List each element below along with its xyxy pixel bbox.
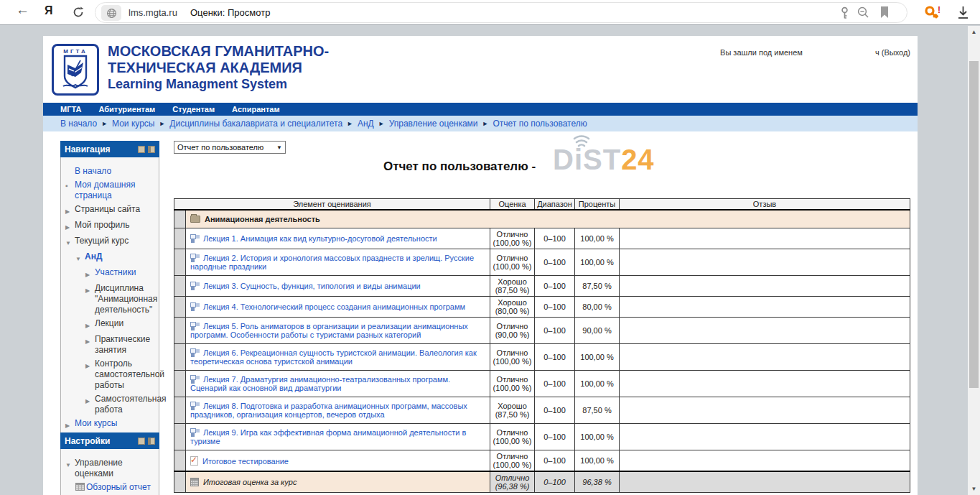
item-name-cell: Лекция 5. Роль аниматоров в организации … [186, 318, 490, 344]
grade-item-link[interactable]: Лекция 5. Роль аниматоров в организации … [190, 322, 468, 339]
download-icon[interactable] [956, 6, 970, 22]
category-row: Анимационная деятельность [174, 210, 910, 228]
tree-down-icon: ▼ [75, 251, 85, 264]
navigation-item: ▶Самостоятельная работа [64, 394, 156, 415]
navigation-label[interactable]: Участники [95, 267, 156, 280]
navigation-label[interactable]: АнД [85, 251, 156, 264]
scroll-down-icon[interactable]: ▼ [968, 486, 980, 492]
navigation-item: ▶Страницы сайта [64, 204, 156, 217]
grade-item-row: Лекция 5. Роль аниматоров в организации … [174, 318, 910, 344]
quiz-icon [190, 456, 198, 466]
logout-link[interactable]: ч (Выход) [875, 48, 910, 57]
address-bar[interactable]: lms.mgta.ru Оценки: Просмотр [95, 2, 907, 23]
breadcrumb-item[interactable]: В начало [60, 119, 97, 129]
breadcrumb-item[interactable]: Отчет по пользователю [493, 119, 587, 129]
navigation-item: ▶Дисциплина "Анимационная деятельность" [64, 283, 156, 315]
grade-item-row: Лекция 3. Сущность, функция, типология и… [174, 276, 910, 297]
grade-item-row: Лекция 1. Анимация как вид культурно-дос… [174, 228, 910, 249]
collapse-block-icon[interactable] [138, 438, 145, 445]
item-name-cell: Лекция 3. Сущность, функция, типология и… [186, 276, 490, 297]
percent-cell: 80,00 % [575, 297, 620, 318]
indent-cell [174, 471, 186, 493]
logo-abbr: МГТА [54, 48, 97, 55]
breadcrumb-item[interactable]: Управление оценками [389, 119, 478, 129]
indent-cell [174, 344, 186, 371]
navigation-label[interactable]: Моя домашняя страница [75, 180, 156, 201]
scrollbar-thumb[interactable] [969, 61, 979, 388]
grade-report-table: Элемент оцениванияОценкаДиапазонПроценты… [174, 198, 910, 493]
navigation-item: ▼Текущий курс [64, 236, 156, 249]
breadcrumb-item[interactable]: Мои курсы [112, 119, 154, 129]
scroll-up-icon[interactable]: ▲ [968, 29, 980, 35]
indent-cell [174, 210, 186, 228]
item-name-cell: Итоговое тестирование [186, 450, 490, 472]
indent-cell [174, 228, 186, 249]
dock-block-icon[interactable] [148, 146, 155, 153]
tree-right-icon: ▶ [85, 358, 95, 391]
grade-item-link[interactable]: Лекция 1. Анимация как вид культурно-дос… [203, 234, 437, 243]
grade-cell: Отлично (100,00 %) [490, 450, 535, 472]
item-name-cell: Лекция 9. Игра как эффективная форма ани… [186, 424, 490, 450]
percent-cell: 96,38 % [575, 471, 620, 493]
breadcrumb-item[interactable]: АнД [358, 119, 374, 129]
nav-item-Студентам[interactable]: Студентам [172, 105, 215, 114]
grade-item-link[interactable]: Лекция 4. Технологический процесс создан… [203, 302, 465, 311]
percent-cell: 100,00 % [575, 450, 620, 472]
lesson-icon [190, 322, 199, 330]
report-type-select[interactable]: Отчет по пользователю ▼ [174, 141, 286, 154]
navigation-label[interactable]: В начало [75, 166, 156, 177]
academy-title: МОСКОВСКАЯ ГУМАНИТАРНО- ТЕХНИЧЕСКАЯ АКАД… [108, 43, 329, 93]
grade-item-row: Лекция 4. Технологический процесс создан… [174, 297, 910, 318]
site-favicon-chip [101, 5, 121, 21]
feedback-cell [620, 249, 910, 276]
grade-item-link[interactable]: Лекция 3. Сущность, функция, типология и… [203, 282, 421, 290]
breadcrumb-item[interactable]: Дисциплины бакалавриата и специалитета [169, 119, 342, 129]
navigation-label[interactable]: Мои курсы [75, 418, 156, 431]
percent-cell: 100,00 % [575, 424, 620, 450]
grade-item-row: Лекция 8. Подготовка и разработка анимац… [174, 397, 910, 424]
back-icon[interactable]: ← [16, 2, 29, 18]
select-caret-icon: ▼ [276, 144, 282, 151]
grade-item-link[interactable]: Лекция 9. Игра как эффективная форма ани… [190, 428, 466, 445]
collapse-block-icon[interactable] [138, 146, 145, 153]
settings-block-header: Настройки [60, 432, 159, 449]
indent-cell [174, 371, 186, 397]
grade-item-link[interactable]: Итоговое тестирование [202, 457, 289, 466]
url-text[interactable]: lms.mgta.ru [129, 7, 177, 18]
indent-cell [174, 318, 186, 344]
grade-cell: Хорошо (87,50 %) [490, 397, 535, 424]
feedback-cell [620, 371, 910, 397]
nav-item-Абитуриентам[interactable]: Абитуриентам [98, 105, 155, 114]
indent-cell [174, 276, 186, 297]
navigation-item: ▶Мой профиль [64, 220, 156, 233]
grade-item-row: Итоговое тестированиеОтлично (100,00 %)0… [174, 450, 910, 472]
navigation-label: Дисциплина "Анимационная деятельность" [95, 283, 157, 315]
navigation-item: ▶Практические занятия [64, 334, 156, 356]
lesson-icon [190, 402, 199, 410]
settings-label[interactable]: Обзорный отчет [86, 482, 156, 493]
zoom-magnifier-icon[interactable] [857, 6, 870, 22]
grade-item-link[interactable]: Лекция 6. Рекреационная сущность туристс… [190, 348, 477, 366]
item-name-cell: Лекция 1. Анимация как вид культурно-дос… [186, 228, 490, 249]
percent-cell: 100,00 % [575, 249, 620, 276]
tree-right-icon: ▶ [85, 394, 95, 415]
grade-item-link[interactable]: Лекция 7. Драматургия анимационно-театра… [190, 375, 450, 392]
lesson-icon [190, 254, 199, 262]
main-navbar: МГТААбитуриентамСтудентамАспирантам [43, 103, 918, 116]
nav-item-МГТА[interactable]: МГТА [60, 105, 81, 114]
dock-block-icon[interactable] [148, 438, 155, 445]
range-cell: 0–100 [535, 297, 575, 318]
nav-item-Аспирантам[interactable]: Аспирантам [232, 105, 279, 114]
window-scrollbar[interactable]: ▲ ▼ [968, 26, 980, 495]
bookmark-icon[interactable] [879, 6, 890, 22]
grade-item-link[interactable]: Лекция 8. Подготовка и разработка анимац… [190, 402, 467, 419]
item-name-cell: Лекция 4. Технологический процесс создан… [186, 297, 490, 318]
grade-cell: Отлично (100,00 %) [490, 344, 535, 371]
reload-icon[interactable] [72, 6, 85, 22]
key-icon[interactable] [839, 6, 851, 23]
feedback-cell [620, 397, 910, 424]
yandex-logo-icon[interactable]: Я [45, 4, 53, 17]
grade-item-link[interactable]: Лекция 2. История и хронология массовых … [190, 254, 474, 271]
course-total-label: Итоговая оценка за курс [203, 478, 297, 486]
password-alert-key-icon[interactable]: ! [925, 5, 942, 24]
